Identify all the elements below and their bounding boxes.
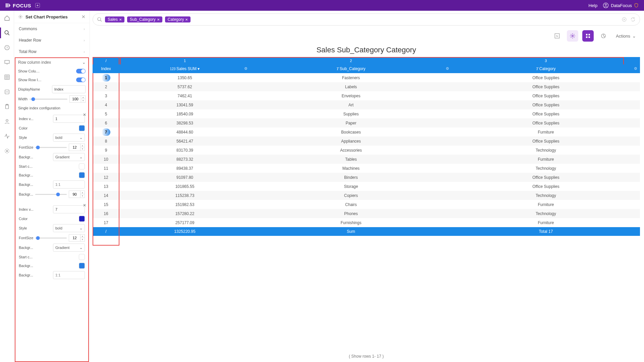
cfg1-color-swatch[interactable]: [79, 125, 85, 131]
table-row[interactable]: 14115238.73CopiersTechnology: [93, 191, 640, 200]
cfg1-bg4-input[interactable]: [69, 191, 80, 198]
rail-clipboard-icon[interactable]: [4, 103, 10, 110]
table-row[interactable]: 11350.65FastenersOffice Supplies: [93, 73, 640, 82]
table-row[interactable]: 413041.59ArtOffice Supplies: [93, 100, 640, 109]
tool-settings-icon[interactable]: [567, 30, 578, 42]
cfg2-fontsize-slider[interactable]: [35, 238, 67, 239]
rail-presentation-icon[interactable]: [4, 59, 10, 66]
width-label: Width: [18, 97, 28, 101]
gear-icon[interactable]: ⚙: [244, 66, 248, 71]
show-row-toggle[interactable]: [76, 77, 86, 82]
table-row[interactable]: 13101865.55StorageOffice Supplies: [93, 182, 640, 191]
table-row[interactable]: 1189438.37MachinesTechnology: [93, 164, 640, 173]
width-slider[interactable]: [30, 99, 67, 100]
rail-minus-icon[interactable]: [4, 89, 10, 95]
rail-grid-icon[interactable]: [4, 74, 10, 81]
pill-remove-icon[interactable]: ✕: [157, 18, 160, 21]
clear-icon[interactable]: [622, 17, 627, 22]
width-input[interactable]: [69, 95, 81, 103]
tool-chart-icon[interactable]: [598, 30, 609, 42]
table-row[interactable]: 1291097.80BindersOffice Supplies: [93, 173, 640, 182]
rail-help-icon[interactable]: ?: [4, 44, 10, 51]
pill-subcategory[interactable]: Sub_Category✕: [127, 16, 162, 22]
subcategory-cell: Storage: [250, 182, 452, 191]
config1-close-button[interactable]: ✕: [83, 112, 86, 117]
display-name-label: DisplayName: [18, 87, 40, 91]
cfg1-index-input[interactable]: [53, 115, 85, 123]
chevron-down-icon: ⌄: [79, 246, 83, 250]
shield-icon: [634, 3, 639, 8]
cfg1-bg3-input[interactable]: [53, 180, 85, 189]
pill-remove-icon[interactable]: ✕: [185, 18, 188, 21]
rail-activity-icon[interactable]: [4, 133, 10, 140]
gear-icon[interactable]: ⚙: [634, 66, 637, 71]
table-row[interactable]: 1088273.32TablesFurniture: [93, 155, 640, 164]
cfg1-startcolor-swatch[interactable]: [79, 163, 85, 169]
actions-menu[interactable]: Actions⌄: [613, 32, 639, 41]
show-column-toggle[interactable]: [76, 69, 86, 73]
table-row[interactable]: 638298.53PaperOffice Supplies: [93, 118, 640, 127]
subcategory-cell: Art: [250, 100, 452, 109]
search-bar[interactable]: Sales✕ Sub_Category✕ Category✕: [93, 13, 640, 25]
rail-home-icon[interactable]: [4, 15, 10, 21]
cfg2-style-select[interactable]: bold⌄: [53, 224, 85, 232]
cfg2-color-swatch[interactable]: [79, 216, 85, 222]
index-cell: 2: [93, 82, 119, 91]
cfg2-bg3-input[interactable]: [53, 271, 85, 279]
new-tab-button[interactable]: +: [35, 3, 40, 8]
user-name: DataFocus: [611, 3, 632, 8]
rail-user-icon[interactable]: [4, 118, 10, 125]
table-row[interactable]: 748844.60BookcasesFurniture: [93, 127, 640, 137]
rail-search-icon[interactable]: [4, 30, 10, 36]
section-row-column-index[interactable]: Row column index⌄: [17, 59, 86, 67]
col-subcategory[interactable]: T Sub_Category⚙: [250, 64, 452, 73]
cfg1-fontsize-input[interactable]: [69, 144, 80, 151]
table-row[interactable]: 518540.09SuppliesOffice Supplies: [93, 109, 640, 118]
gear-icon[interactable]: ⚙: [446, 66, 449, 71]
category-cell: Technology: [452, 146, 640, 155]
tool-grid-icon[interactable]: [582, 30, 594, 42]
width-spin-up[interactable]: ▴: [81, 96, 85, 99]
search-icon: [97, 17, 102, 22]
cfg2-index-input[interactable]: [53, 205, 85, 213]
sales-cell: 18540.09: [119, 109, 250, 118]
section-commons[interactable]: Commons›: [14, 23, 90, 35]
table-row[interactable]: 37462.41EnvelopesOffice Supplies: [93, 91, 640, 100]
help-link[interactable]: Help: [588, 3, 597, 8]
rail-settings-icon[interactable]: [4, 148, 10, 154]
cfg1-bg-select[interactable]: Gradient⌄: [53, 153, 85, 161]
cfg1-fontsize-slider[interactable]: [35, 147, 67, 148]
pill-sales[interactable]: Sales✕: [105, 16, 124, 22]
svg-rect-30: [586, 34, 588, 36]
table-row[interactable]: 25737.62LabelsOffice Supplies: [93, 82, 640, 91]
pill-category[interactable]: Category✕: [165, 16, 191, 22]
section-header-row[interactable]: Header Row›: [14, 35, 90, 46]
col-sales[interactable]: 123 Sales SUM ▾⚙: [119, 64, 250, 73]
col-category[interactable]: T Category⚙: [452, 64, 640, 73]
cfg2-startcolor-swatch[interactable]: [79, 254, 85, 260]
panel-close-button[interactable]: ✕: [82, 14, 86, 19]
cfg2-fontsize-input[interactable]: [69, 234, 80, 242]
display-name-input[interactable]: [52, 85, 86, 93]
sales-cell: 7462.41: [119, 91, 250, 100]
refresh-icon[interactable]: [630, 17, 636, 22]
cfg2-bg-select[interactable]: Gradient⌄: [53, 244, 85, 252]
width-spin-down[interactable]: ▾: [81, 99, 85, 102]
table-row[interactable]: 15151982.53ChairsFurniture: [93, 200, 640, 209]
user-menu[interactable]: DataFocus: [603, 2, 639, 8]
table-row[interactable]: 856421.47AppliancesOffice Supplies: [93, 137, 640, 146]
col-index[interactable]: Index: [93, 64, 119, 73]
cfg1-style-select[interactable]: bold⌄: [53, 134, 85, 142]
pill-remove-icon[interactable]: ✕: [119, 18, 122, 21]
sales-cell: 38298.53: [119, 118, 250, 127]
tool-formula-icon[interactable]: fx: [551, 30, 563, 42]
section-total-row[interactable]: Total Row›: [14, 46, 90, 57]
cfg2-bg2-swatch[interactable]: [79, 263, 85, 269]
config2-close-button[interactable]: ✕: [83, 203, 86, 208]
table-row[interactable]: 983170.39AccessoriesTechnology: [93, 146, 640, 155]
cfg1-bg2-swatch[interactable]: [79, 172, 85, 178]
svg-point-21: [20, 16, 21, 17]
cfg1-bg4-slider[interactable]: [35, 194, 67, 195]
table-row[interactable]: 17257177.09FurnishingsFurniture: [93, 218, 640, 227]
table-row[interactable]: 16157280.22PhonesTechnology: [93, 209, 640, 218]
